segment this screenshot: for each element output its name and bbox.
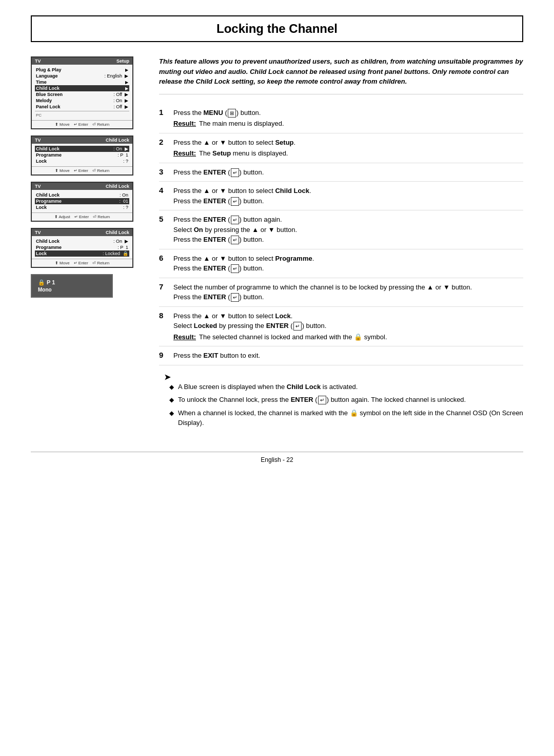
bullet-icon-1: ◆ [169,382,174,392]
tv-screen-1-label-left: TV [35,59,41,64]
step-1: 1 Press the MENU (⊞) button. Result: The… [159,104,523,133]
step-2-content: Press the ▲ or ▼ button to select Setup.… [173,138,523,159]
tv-row-selected: Child Lock ▶ [35,85,129,91]
page-title: Locking the Channel [216,22,338,35]
step-9-content: Press the EXIT button to exit. [173,351,523,361]
menu-icon: ⊞ [228,109,236,118]
step-3-content: Press the ENTER (↵) button. [173,167,523,178]
step-7: 7 Select the number of programme to whic… [159,278,523,307]
tv-row: Melody : On ▶ [35,98,129,104]
enter-icon: ↵ [318,396,326,404]
tv-screen-1: TV Setup Plug & Play ▶ Language : Englis… [31,56,133,129]
tv-row: Child Lock : On ▶ [35,238,129,244]
content-area: TV Setup Plug & Play ▶ Language : Englis… [31,56,523,431]
enter-icon: ↵ [231,197,239,206]
step-7-content: Select the number of programme to which … [173,282,523,302]
enter-icon: ↵ [231,264,239,273]
bullet-icon-2: ◆ [169,395,174,404]
tv-screen-3-body: Child Lock : On Programme : 01 Lock : ? [32,190,132,212]
step-4: 4 Press the ▲ or ▼ button to select Chil… [159,182,523,210]
tv-row: Time ▶ [35,79,129,85]
channel-osd: 🔒 P 1 Mono [31,274,113,298]
tv-row: Programme : P 1 [35,152,129,158]
result-label: Result: [173,148,196,159]
enter-icon: ↵ [293,322,302,331]
tv-screen-3: TV Child Lock Child Lock : On Programme … [31,182,133,222]
result-label: Result: [173,332,196,342]
note-2-text: To unlock the Channel lock, press the EN… [178,395,466,405]
note-3-text: When a channel is locked, the channel is… [178,408,523,428]
step-1-result-text: The main menu is displayed. [199,119,284,129]
tv-screen-1-body: Plug & Play ▶ Language : English ▶ Time … [32,65,132,120]
step-1-content: Press the MENU (⊞) button. Result: The m… [173,108,523,129]
tv-screen-2-body: Child Lock : On ▶ Programme : P 1 Lock :… [32,144,132,166]
tv-screen-4-header: TV Child Lock [32,229,132,236]
tv-screen-1-footer: ⬆ Move ↵ Enter ⏎ Return [32,120,132,128]
tv-row: Language : English ▶ [35,73,129,79]
steps-list: 1 Press the MENU (⊞) button. Result: The… [159,104,523,365]
step-7-number: 7 [159,282,168,291]
tv-row-selected: Child Lock : On ▶ [35,146,129,152]
note-item-2: ◆ To unlock the Channel lock, press the … [169,395,523,405]
tv-divider [35,111,129,111]
channel-osd-line1: 🔒 P 1 [38,279,106,286]
step-4-number: 4 [159,186,168,195]
tv-screen-1-label-right: Setup [116,59,129,64]
tv-section-label: PC [35,112,129,118]
step-6: 6 Press the ▲ or ▼ button to select Prog… [159,249,523,278]
tv-row: Lock : ? [35,204,129,210]
step-5-content: Press the ENTER (↵) button again. Select… [173,215,523,245]
tv-screen-4-body: Child Lock : On ▶ Programme : P 1 Lock :… [32,236,132,259]
step-2: 2 Press the ▲ or ▼ button to select Setu… [159,133,523,163]
enter-icon: ↵ [231,216,239,224]
page-number: English - 22 [261,456,293,463]
right-column: This feature allows you to prevent unaut… [159,56,523,431]
tv-row: Lock : ? [35,158,129,164]
note-item-1: ◆ A Blue screen is displayed when the Ch… [169,382,523,392]
step-9: 9 Press the EXIT button to exit. [159,346,523,365]
tv-row: Plug & Play ▶ [35,67,129,73]
bullet-icon-3: ◆ [169,409,174,418]
note-1-text: A Blue screen is displayed when the Chil… [178,382,358,392]
step-2-result: Result: The Setup menu is displayed. [173,148,523,159]
step-8-content: Press the ▲ or ▼ button to select Lock. … [173,311,523,342]
step-4-content: Press the ▲ or ▼ button to select Child … [173,186,523,206]
tv-screen-1-header: TV Setup [32,57,132,65]
tv-screen-3-footer: ⬆ Adjust ↵ Enter ⏎ Return [32,212,132,221]
step-2-number: 2 [159,138,168,146]
step-8-result-text: The selected channel is locked and marke… [199,332,387,342]
step-3: 3 Press the ENTER (↵) button. [159,163,523,182]
step-1-number: 1 [159,108,168,117]
step-6-content: Press the ▲ or ▼ button to select Progra… [173,254,523,274]
notes-list: ◆ A Blue screen is displayed when the Ch… [164,382,523,428]
page-footer: English - 22 [31,452,523,463]
step-1-result: Result: The main menu is displayed. [173,119,523,129]
tv-screen-3-header: TV Child Lock [32,183,132,190]
step-8: 8 Press the ▲ or ▼ button to select Lock… [159,307,523,347]
notes-header: ➤ [164,373,171,381]
step-5-number: 5 [159,215,168,223]
intro-paragraph: This feature allows you to prevent unaut… [159,56,523,94]
step-8-number: 8 [159,311,168,320]
tv-screen-2-footer: ⬆ Move ↵ Enter ⏎ Return [32,166,132,175]
tv-row: Programme : P 1 [35,244,129,250]
notes-section: ➤ ◆ A Blue screen is displayed when the … [159,373,523,428]
tv-screen-2: TV Child Lock Child Lock : On ▶ Programm… [31,135,133,176]
step-8-result: Result: The selected channel is locked a… [173,332,523,342]
step-9-number: 9 [159,351,168,359]
enter-icon: ↵ [231,236,239,244]
step-3-number: 3 [159,167,168,176]
tv-row: Child Lock : On [35,192,129,198]
step-6-number: 6 [159,254,168,262]
channel-osd-line2: Mono [38,287,106,293]
enter-icon: ↵ [231,168,239,177]
step-5: 5 Press the ENTER (↵) button again. Sele… [159,210,523,249]
tv-row: Panel Lock : Off ▶ [35,104,129,110]
note-item-3: ◆ When a channel is locked, the channel … [169,408,523,428]
left-column: TV Setup Plug & Play ▶ Language : Englis… [31,56,144,431]
enter-icon: ↵ [231,293,239,302]
tv-row: Blue Screen : Off ▶ [35,91,129,98]
tv-row-selected: Programme : 01 [35,198,129,204]
tv-row-selected: Lock : Locked 🔒 [35,250,129,257]
step-2-result-text: The Setup menu is displayed. [199,148,288,159]
